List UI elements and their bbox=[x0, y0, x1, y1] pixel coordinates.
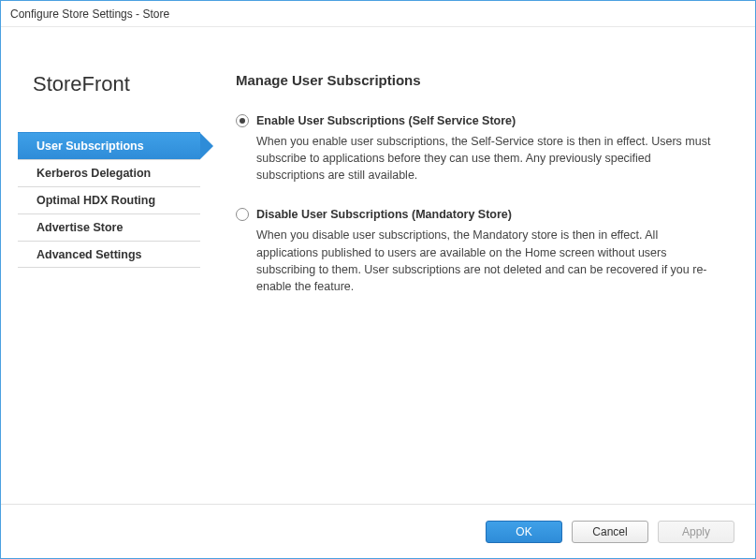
titlebar[interactable]: Configure Store Settings - Store bbox=[1, 1, 755, 27]
sidebar-item-label: Optimal HDX Routing bbox=[36, 194, 155, 207]
sidebar-item-label: Advertise Store bbox=[36, 221, 123, 234]
radio-row-enable[interactable]: Enable User Subscriptions (Self Service … bbox=[236, 114, 721, 127]
sidebar-item-user-subscriptions[interactable]: User Subscriptions bbox=[18, 132, 200, 159]
sidebar: StoreFront User Subscriptions Kerberos D… bbox=[18, 44, 200, 504]
sidebar-item-advanced-settings[interactable]: Advanced Settings bbox=[18, 241, 200, 268]
content-area: StoreFront User Subscriptions Kerberos D… bbox=[1, 27, 755, 504]
sidebar-item-label: Kerberos Delegation bbox=[36, 167, 151, 180]
brand-title: StoreFront bbox=[33, 72, 200, 96]
dialog-window: Configure Store Settings - Store StoreFr… bbox=[0, 0, 756, 559]
option-label: Enable User Subscriptions (Self Service … bbox=[256, 114, 516, 127]
option-enable-subscriptions: Enable User Subscriptions (Self Service … bbox=[236, 114, 721, 184]
cancel-button[interactable]: Cancel bbox=[572, 521, 648, 543]
sidebar-item-label: User Subscriptions bbox=[36, 140, 144, 153]
option-disable-subscriptions: Disable User Subscriptions (Mandatory St… bbox=[236, 208, 721, 295]
radio-icon[interactable] bbox=[236, 114, 249, 127]
dialog-footer: OK Cancel Apply bbox=[1, 504, 755, 558]
option-description: When you disable user subscriptions, the… bbox=[256, 227, 721, 295]
option-description: When you enable user subscriptions, the … bbox=[256, 133, 721, 184]
sidebar-item-advertise-store[interactable]: Advertise Store bbox=[18, 213, 200, 241]
sidebar-item-kerberos-delegation[interactable]: Kerberos Delegation bbox=[18, 159, 200, 186]
sidebar-nav: User Subscriptions Kerberos Delegation O… bbox=[18, 132, 200, 268]
window-title: Configure Store Settings - Store bbox=[10, 7, 169, 21]
main-panel: Manage User Subscriptions Enable User Su… bbox=[200, 44, 738, 504]
sidebar-item-optimal-hdx-routing[interactable]: Optimal HDX Routing bbox=[18, 186, 200, 213]
radio-icon[interactable] bbox=[236, 208, 249, 221]
sidebar-item-label: Advanced Settings bbox=[36, 248, 142, 261]
radio-row-disable[interactable]: Disable User Subscriptions (Mandatory St… bbox=[236, 208, 721, 221]
page-heading: Manage User Subscriptions bbox=[236, 72, 721, 88]
ok-button[interactable]: OK bbox=[486, 521, 562, 543]
apply-button: Apply bbox=[658, 521, 734, 543]
option-label: Disable User Subscriptions (Mandatory St… bbox=[256, 208, 512, 221]
